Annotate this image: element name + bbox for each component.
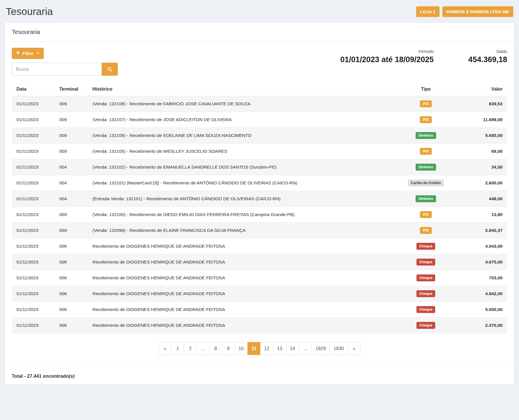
cell-terminal: 004 xyxy=(56,159,90,175)
pagination-page-1830[interactable]: 1830 xyxy=(329,342,348,355)
cell-data: 01/11/2023 xyxy=(12,270,56,286)
tipo-badge: Cheque xyxy=(416,259,435,266)
filter-button-label: Filtro xyxy=(22,51,33,56)
pagination-page-2[interactable]: 2 xyxy=(184,342,197,355)
cell-valor: 34,50 xyxy=(460,159,507,175)
periodo-label: Período xyxy=(340,49,434,54)
cell-historico: (Entrada Venda: 132101) - Recebimento de… xyxy=(90,191,392,207)
table-row: 01/11/2023004(Entrada Venda: 132101) - R… xyxy=(12,191,507,207)
table-header: Data Terminal Histórico Tipo Valor xyxy=(12,83,507,96)
pagination-page-14[interactable]: 14 xyxy=(286,342,299,355)
pagination-page-10[interactable]: 10 xyxy=(234,342,248,355)
pagination-page-1829[interactable]: 1829 xyxy=(312,342,330,355)
header-terminal: Terminal xyxy=(56,83,90,96)
chevron-down-icon xyxy=(37,53,39,54)
tipo-badge: Cartão de Crédito xyxy=(408,180,444,186)
company-badge[interactable]: PANNOS E PANNOS LTDA ME xyxy=(442,6,513,17)
search-button[interactable] xyxy=(102,63,118,76)
cell-data: 01/11/2023 xyxy=(12,223,56,238)
cell-data: 01/11/2023 xyxy=(12,144,56,159)
cell-data: 01/11/2023 xyxy=(12,254,56,270)
cell-valor: 13,80 xyxy=(460,207,507,223)
cell-data: 01/11/2023 xyxy=(12,286,56,302)
table-row: 01/11/2023009(Venda: 132105) - Recebimen… xyxy=(12,144,507,159)
cell-tipo: Dinheiro xyxy=(392,128,460,144)
pagination-wrap: «12...891011121314...18291830» xyxy=(12,342,507,355)
saldo-stat: Saldo 454.369,18 xyxy=(468,49,507,64)
cell-data: 01/11/2023 xyxy=(12,207,56,223)
table-row: 01/11/2023006Recebimento de DIOGENES HEN… xyxy=(12,270,507,286)
tipo-badge: Dinheiro xyxy=(416,164,436,171)
filter-button[interactable]: Filtro xyxy=(12,48,44,59)
summary-stats: Período 01/01/2023 até 18/09/2025 Saldo … xyxy=(340,48,507,64)
cell-terminal: 009 xyxy=(56,128,90,144)
periodo-stat: Período 01/01/2023 até 18/09/2025 xyxy=(340,49,434,64)
cell-valor: 4.943,00 xyxy=(460,238,507,254)
cell-tipo: Cheque xyxy=(392,254,460,270)
tipo-badge: Cheque xyxy=(416,306,435,313)
pagination-page-13[interactable]: 13 xyxy=(273,342,286,355)
table-body: 01/11/2023009(Venda: 132108) - Recebimen… xyxy=(12,96,507,333)
header-valor: Valor xyxy=(460,83,507,96)
table-row: 01/11/2023004(Venda: 132102) - Recebimen… xyxy=(12,159,507,175)
saldo-label: Saldo xyxy=(468,49,507,54)
cell-data: 01/11/2023 xyxy=(12,128,56,144)
periodo-value: 01/01/2023 até 18/09/2025 xyxy=(340,55,434,64)
header-historico: Histórico xyxy=(90,83,392,96)
tipo-badge: PIX xyxy=(420,211,431,218)
pagination-ellipsis: ... xyxy=(299,342,312,355)
cell-historico: Recebimento de DIOGENES HENRIQUE DE ANDR… xyxy=(90,286,392,302)
controls-row: Filtro xyxy=(12,48,507,76)
cell-valor: 5.000,00 xyxy=(460,302,507,318)
cell-valor: 2.840,37 xyxy=(460,223,507,238)
tesouraria-card: Tesouraria Filtro xyxy=(5,22,514,385)
search-group xyxy=(12,63,118,76)
pagination-page-8[interactable]: 8 xyxy=(209,342,222,355)
pagination-page-11[interactable]: 11 xyxy=(247,342,260,355)
cell-data: 01/11/2023 xyxy=(12,175,56,191)
table-row: 01/11/2023004(Venda: 132101) (MasterCard… xyxy=(12,175,507,191)
cell-tipo: Cheque xyxy=(392,318,460,333)
pagination: «12...891011121314...18291830» xyxy=(158,342,360,355)
cell-tipo: Dinheiro xyxy=(392,191,460,207)
cell-valor: 4.942,00 xyxy=(460,286,507,302)
table-row: 01/11/2023009(Venda: 132107) - Recebimen… xyxy=(12,112,507,128)
table-row: 01/11/2023006Recebimento de DIOGENES HEN… xyxy=(12,238,507,254)
tipo-badge: Cheque xyxy=(416,243,435,250)
pagination-page-9[interactable]: 9 xyxy=(222,342,235,355)
cell-valor: 703,00 xyxy=(460,270,507,286)
pagination-ellipsis: ... xyxy=(196,342,209,355)
table-row: 01/11/2023009(Venda: 132106) - Recebimen… xyxy=(12,128,507,144)
cell-terminal: 004 xyxy=(56,191,90,207)
tipo-badge: PIX xyxy=(420,148,431,155)
cell-terminal: 006 xyxy=(56,318,90,333)
cell-data: 01/11/2023 xyxy=(12,302,56,318)
cell-historico: Recebimento de DIOGENES HENRIQUE DE ANDR… xyxy=(90,254,392,270)
pagination-prev[interactable]: « xyxy=(158,342,171,355)
page-title: Tesouraria xyxy=(6,6,53,17)
cell-historico: (Venda: 132106) - Recebimento de EDELAIN… xyxy=(90,128,392,144)
tipo-badge: PIX xyxy=(420,227,431,234)
cell-data: 01/11/2023 xyxy=(12,318,56,333)
cell-historico: Recebimento de DIOGENES HENRIQUE DE ANDR… xyxy=(90,238,392,254)
cell-tipo: PIX xyxy=(392,207,460,223)
left-controls: Filtro xyxy=(12,48,118,76)
card-body: Filtro xyxy=(5,41,514,368)
search-input[interactable] xyxy=(12,63,102,76)
cell-data: 01/11/2023 xyxy=(12,112,56,128)
cell-historico: Recebimento de DIOGENES HENRIQUE DE ANDR… xyxy=(90,270,392,286)
cell-valor: 4.675,00 xyxy=(460,254,507,270)
pagination-next[interactable]: » xyxy=(348,342,361,355)
cell-terminal: 006 xyxy=(56,238,90,254)
cell-historico: (Venda: 132108) - Recebimento de FABRICI… xyxy=(90,96,392,112)
cell-valor: 448,00 xyxy=(460,191,507,207)
cell-historico: (Venda: 132107) - Recebimento de JOSE AD… xyxy=(90,112,392,128)
store-badge[interactable]: LOJA 1 xyxy=(416,6,440,17)
cell-historico: (Venda: 132101) (MasterCard [3]) - Receb… xyxy=(90,175,392,191)
cell-valor: 11.699,00 xyxy=(460,112,507,128)
cell-tipo: Cheque xyxy=(392,286,460,302)
pagination-page-1[interactable]: 1 xyxy=(171,342,184,355)
table-row: 01/11/2023006Recebimento de DIOGENES HEN… xyxy=(12,254,507,270)
cell-terminal: 009 xyxy=(56,96,90,112)
pagination-page-12[interactable]: 12 xyxy=(260,342,273,355)
